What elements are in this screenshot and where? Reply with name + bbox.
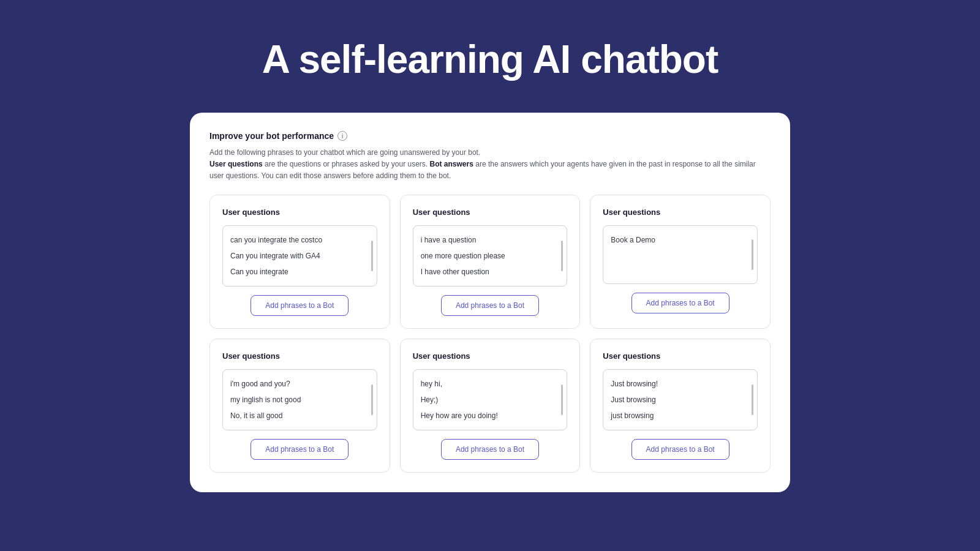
phrases-box-2: i have a questionone more question pleas… bbox=[413, 225, 568, 287]
phrase-item-5-3: Hey how are you doing! bbox=[421, 408, 560, 424]
phrase-item-1-3: Can you integrate bbox=[230, 264, 369, 280]
phrase-item-6-3: just browsing bbox=[611, 408, 750, 424]
phrases-box-5: hey hi,Hey;)Hey how are you doing! bbox=[413, 369, 568, 430]
scroll-indicator-5 bbox=[561, 384, 563, 415]
scroll-indicator-3 bbox=[752, 239, 753, 270]
phrase-item-3-1: Book a Demo bbox=[611, 232, 750, 248]
question-cards-grid: User questionscan you integrate the cost… bbox=[209, 195, 771, 473]
phrase-item-2-1: i have a question bbox=[421, 232, 560, 248]
add-phrases-button-5[interactable]: Add phrases to a Bot bbox=[441, 439, 539, 460]
question-card-3: User questionsBook a DemoAdd phrases to … bbox=[590, 195, 771, 329]
question-card-5: User questionshey hi,Hey;)Hey how are yo… bbox=[400, 339, 581, 473]
scroll-indicator-1 bbox=[371, 241, 373, 271]
add-phrases-button-6[interactable]: Add phrases to a Bot bbox=[631, 439, 729, 460]
phrases-box-1: can you integrate the costcoCan you inte… bbox=[222, 225, 377, 287]
phrase-item-4-1: i'm good and you? bbox=[230, 376, 369, 392]
question-card-title-6: User questions bbox=[603, 351, 758, 361]
phrase-item-1-1: can you integrate the costco bbox=[230, 232, 369, 248]
description-line1: Add the following phrases to your chatbo… bbox=[209, 148, 480, 157]
add-phrases-button-2[interactable]: Add phrases to a Bot bbox=[441, 295, 539, 316]
add-phrases-button-1[interactable]: Add phrases to a Bot bbox=[251, 295, 349, 316]
phrase-item-5-1: hey hi, bbox=[421, 376, 560, 392]
question-card-title-4: User questions bbox=[222, 351, 377, 361]
phrase-item-4-3: No, it is all good bbox=[230, 408, 369, 424]
add-phrases-button-3[interactable]: Add phrases to a Bot bbox=[631, 293, 729, 313]
card-description: Add the following phrases to your chatbo… bbox=[209, 147, 771, 182]
info-icon[interactable]: i bbox=[337, 131, 347, 141]
phrase-item-2-2: one more question please bbox=[421, 248, 560, 264]
question-card-title-3: User questions bbox=[603, 208, 758, 217]
question-card-title-5: User questions bbox=[413, 351, 568, 361]
main-card: Improve your bot performance i Add the f… bbox=[190, 113, 790, 492]
scroll-indicator-4 bbox=[371, 384, 373, 415]
phrases-box-6: Just browsing!Just browsingjust browsing bbox=[603, 369, 758, 430]
phrase-item-4-2: my inglish is not good bbox=[230, 392, 369, 408]
phrase-item-6-1: Just browsing! bbox=[611, 376, 750, 392]
scroll-indicator-2 bbox=[561, 241, 563, 271]
description-line2: User questions are the questions or phra… bbox=[209, 160, 756, 180]
question-card-1: User questionscan you integrate the cost… bbox=[209, 195, 390, 329]
question-card-6: User questionsJust browsing!Just browsin… bbox=[590, 339, 771, 473]
phrase-item-5-2: Hey;) bbox=[421, 392, 560, 408]
question-card-2: User questionsi have a questionone more … bbox=[400, 195, 581, 329]
add-phrases-button-4[interactable]: Add phrases to a Bot bbox=[251, 439, 349, 460]
scroll-indicator-6 bbox=[752, 384, 753, 415]
question-card-title-2: User questions bbox=[413, 208, 568, 217]
card-header: Improve your bot performance i Add the f… bbox=[209, 131, 771, 182]
card-title: Improve your bot performance bbox=[209, 131, 334, 141]
phrases-box-4: i'm good and you?my inglish is not goodN… bbox=[222, 369, 377, 430]
question-card-title-1: User questions bbox=[222, 208, 377, 217]
page-title: A self-learning AI chatbot bbox=[262, 37, 718, 82]
phrase-item-2-3: I have other question bbox=[421, 264, 560, 280]
phrase-item-6-2: Just browsing bbox=[611, 392, 750, 408]
phrase-item-1-2: Can you integrate with GA4 bbox=[230, 248, 369, 264]
card-title-row: Improve your bot performance i bbox=[209, 131, 771, 141]
question-card-4: User questionsi'm good and you?my inglis… bbox=[209, 339, 390, 473]
phrases-box-3: Book a Demo bbox=[603, 225, 758, 284]
